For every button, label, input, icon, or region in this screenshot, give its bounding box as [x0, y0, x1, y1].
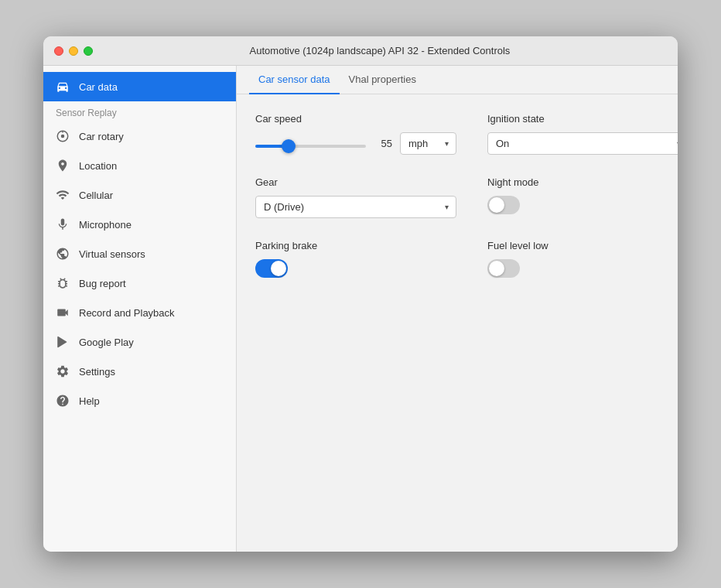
control-grid: Car speed 55 mph km/h ▾: [255, 113, 678, 278]
sidebar-item-virtual-sensors-label: Virtual sensors: [79, 248, 145, 260]
ignition-state-select-wrapper: Off Acc On Start ▾: [487, 132, 678, 155]
settings-icon: [56, 364, 70, 378]
ignition-state-select[interactable]: Off Acc On Start: [487, 132, 678, 155]
speed-slider[interactable]: [255, 145, 366, 148]
cellular-icon: [56, 188, 70, 202]
fuel-level-low-toggle[interactable]: [487, 259, 520, 278]
speed-unit-select-wrapper: mph km/h ▾: [400, 132, 456, 155]
speed-slider-container: [255, 137, 366, 151]
sidebar-item-virtual-sensors[interactable]: Virtual sensors: [43, 239, 236, 268]
sidebar-item-car-rotary[interactable]: Car rotary: [43, 121, 236, 151]
sidebar-item-microphone-label: Microphone: [79, 219, 132, 231]
ignition-state-control: Ignition state Off Acc On Start ▾: [487, 113, 678, 155]
sidebar-item-help[interactable]: Help: [43, 386, 236, 415]
gear-control: Gear P (Park) R (Reverse) N (Neutral) D …: [255, 176, 456, 218]
titlebar: Automotive (1024p landscape) API 32 - Ex…: [43, 36, 678, 66]
virtual-sensors-icon: [56, 247, 70, 261]
sidebar-item-bug-report[interactable]: Bug report: [43, 268, 236, 298]
sidebar-item-cellular-label: Cellular: [79, 190, 113, 201]
sidebar-item-settings-label: Settings: [79, 366, 115, 378]
sidebar-item-record-playback[interactable]: Record and Playback: [43, 298, 236, 327]
tabs-bar: Car sensor data Vhal properties: [237, 66, 678, 94]
sidebar-item-car-data[interactable]: Car data: [43, 72, 236, 101]
sensor-replay-header: Sensor Replay: [43, 101, 236, 121]
sidebar: Car data Sensor Replay Car rotary: [43, 66, 237, 552]
fuel-level-low-label: Fuel level low: [487, 240, 678, 251]
main-panel: Car sensor data Vhal properties Car spee…: [237, 66, 678, 552]
car-rotary-icon: [56, 129, 70, 143]
microphone-icon: [56, 217, 70, 231]
speed-row: 55 mph km/h ▾: [255, 132, 456, 155]
sidebar-item-car-rotary-label: Car rotary: [79, 131, 124, 142]
main-window: Automotive (1024p landscape) API 32 - Ex…: [43, 36, 678, 552]
sidebar-item-car-data-label: Car data: [79, 81, 118, 93]
sidebar-item-google-play-label: Google Play: [79, 337, 134, 348]
car-speed-control: Car speed 55 mph km/h ▾: [255, 113, 456, 155]
speed-unit-select[interactable]: mph km/h: [400, 132, 456, 155]
maximize-button[interactable]: [84, 46, 93, 56]
fuel-level-low-control: Fuel level low: [487, 240, 678, 278]
fuel-level-low-thumb: [489, 261, 504, 276]
svg-point-1: [61, 135, 65, 138]
sidebar-item-cellular[interactable]: Cellular: [43, 180, 236, 210]
parking-brake-thumb: [271, 261, 286, 276]
window-title: Automotive (1024p landscape) API 32 - Ex…: [93, 45, 667, 56]
parking-brake-control: Parking brake: [255, 240, 456, 278]
content-area: Car data Sensor Replay Car rotary: [43, 66, 678, 552]
record-playback-icon: [56, 306, 70, 320]
car-icon: [56, 80, 70, 94]
gear-select[interactable]: P (Park) R (Reverse) N (Neutral) D (Driv…: [255, 196, 456, 218]
fuel-level-low-track: [487, 259, 520, 278]
main-content: Car speed 55 mph km/h ▾: [237, 94, 678, 552]
traffic-lights: [54, 46, 93, 56]
night-mode-toggle[interactable]: [487, 196, 520, 214]
gear-label: Gear: [255, 176, 456, 188]
night-mode-label: Night mode: [487, 176, 678, 188]
close-button[interactable]: [54, 46, 63, 56]
speed-value: 55: [374, 138, 392, 149]
night-mode-track: [487, 196, 520, 214]
ignition-state-label: Ignition state: [487, 113, 678, 125]
sidebar-item-location[interactable]: Location: [43, 151, 236, 180]
sidebar-item-microphone[interactable]: Microphone: [43, 210, 236, 239]
sidebar-item-record-playback-label: Record and Playback: [79, 307, 175, 319]
parking-brake-track: [255, 259, 288, 278]
bug-report-icon: [56, 276, 70, 290]
sidebar-item-google-play[interactable]: Google Play: [43, 327, 236, 357]
google-play-icon: [56, 335, 70, 349]
parking-brake-toggle[interactable]: [255, 259, 288, 278]
location-icon: [56, 159, 70, 173]
gear-select-wrapper: P (Park) R (Reverse) N (Neutral) D (Driv…: [255, 196, 456, 218]
sidebar-item-help-label: Help: [79, 395, 100, 407]
night-mode-control: Night mode: [487, 176, 678, 218]
sidebar-item-bug-report-label: Bug report: [79, 278, 126, 289]
sidebar-item-location-label: Location: [79, 160, 117, 172]
parking-brake-label: Parking brake: [255, 240, 456, 251]
car-speed-label: Car speed: [255, 113, 456, 125]
tab-car-sensor-data[interactable]: Car sensor data: [249, 66, 340, 94]
night-mode-thumb: [489, 197, 504, 213]
help-icon: [56, 394, 70, 408]
tab-vhal-properties[interactable]: Vhal properties: [340, 66, 425, 94]
sidebar-item-settings[interactable]: Settings: [43, 357, 236, 386]
minimize-button[interactable]: [69, 46, 78, 56]
